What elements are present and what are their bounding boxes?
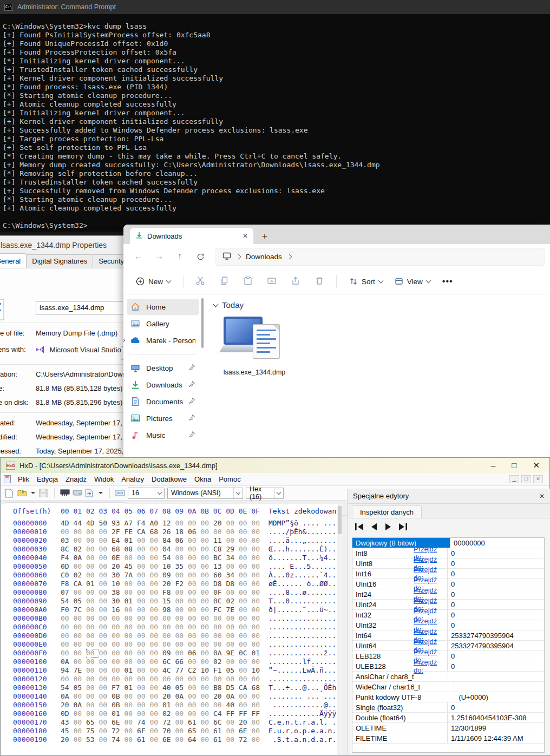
refresh-button[interactable] [191,248,210,265]
next-byte-button[interactable] [384,523,392,531]
hex-row[interactable]: 000000500D000000204500001035000013000000… [1,562,342,571]
open-dropdown-icon[interactable] [31,492,35,494]
inspector-row-leb128[interactable]: LEB128Przejdź do:0 [352,651,544,661]
inspector-row-int32[interactable]: Int32Przejdź do:0 [352,610,544,620]
inspector-value[interactable]: 0 [447,610,544,620]
hex-bytes[interactable]: 947E0000000100004C77C210F1050010 [61,666,264,675]
ram-icon[interactable] [60,489,70,498]
inspector-row-int64[interactable]: Int64Przejdź do:2533274790395904 [352,630,544,641]
sidebar-item-desktop[interactable]: Desktop [127,360,199,376]
menu-widok[interactable]: Widok [90,474,117,485]
hex-bytes[interactable]: 0A0000000B000000200A0000200A0000 [61,692,264,701]
sort-button[interactable]: Sort [344,273,388,290]
properties-tab-digital-signatures[interactable]: Digital Signatures [26,254,93,268]
hex-row[interactable]: 00000070F8CA01001000000020F20000D8D80000… [1,580,342,588]
up-button[interactable]: ↑ [170,248,189,265]
inspector-value[interactable]: 1.2516040454103E-308 [447,713,544,722]
hex-row[interactable]: 000000308C0200006808000004000000C8290000… [1,545,342,554]
back-button[interactable]: ← [129,248,148,265]
inspector-value[interactable]: 1/11/1609 12:44:39 AM [447,733,544,743]
sidebar-item-music[interactable]: Music [127,427,199,443]
inspector-value[interactable]: 0 [447,600,544,609]
more-options-button[interactable]: ••• [437,273,458,290]
sidebar-item-gallery[interactable]: Gallery [127,315,199,332]
hex-row[interactable]: 000001804500750072006F007000650061006E00… [1,727,342,735]
menu-dodatkowe[interactable]: Dodatkowe [148,474,191,485]
hex-row[interactable]: 000000800700000038000000F80000000F000000… [1,588,342,597]
menu-znajdź[interactable]: Znajdź [62,474,90,485]
disk-icon[interactable] [73,489,82,498]
inspector-value[interactable]: 0 [447,589,544,599]
hex-bytes[interactable]: 0700000038000000F80000000F000000 [61,588,264,597]
inspector-value[interactable]: (U+0000) [455,692,544,702]
data-inspector-tab[interactable]: Inspektor danych [352,505,422,518]
bytes-per-row-select[interactable]: 16 [128,488,165,499]
hex-bytes[interactable]: 00000000000000000000000000000000 [61,640,264,649]
goto-link[interactable]: Przejdź do: [414,658,437,674]
inspector-value[interactable]: 2533274790395904 [447,630,544,640]
inspector-value[interactable]: 0 [447,702,544,712]
breadcrumb[interactable]: Downloads [246,253,282,261]
base-select[interactable]: Hex (16) [246,488,284,499]
hex-bytes[interactable]: 0A000000000000006C66000002000000 [61,658,264,666]
export-dropdown-icon[interactable] [99,492,103,494]
inspector-row-uint64[interactable]: UInt64Przejdź do:2533274790395904 [352,641,544,651]
hex-row[interactable]: 000001600D0000000100000002000000C4FFFFFF… [1,709,342,718]
hex-row[interactable]: 0000002003000000E40100008406000011000000… [1,536,342,545]
hex-row[interactable]: 000000905405000030010000150000000C020000… [1,597,342,606]
hex-row[interactable]: 00000170430065006E007400720061006C002000… [1,718,342,727]
forward-button[interactable]: → [149,248,169,265]
close-icon[interactable]: ✕ [533,461,540,470]
inspector-value[interactable]: 0 [447,651,544,661]
hex-row[interactable]: 00000060C0020000307A00000900000060340000… [1,571,342,580]
hex-row[interactable]: 000000B000000000000000000000000000000000… [1,614,342,623]
inspector-row-filetime[interactable]: FILETIME1/11/1609 12:44:39 AM [352,733,544,744]
mdi-close-icon[interactable]: ✕ [533,475,543,483]
group-header-today[interactable]: Today [214,300,550,310]
hex-editor-pane[interactable]: Offset(h) 00 01 02 03 04 05 06 07 08 09 … [1,504,342,755]
minimize-icon[interactable]: – [491,461,495,470]
hex-bytes[interactable]: 0D0000000100000002000000C4FFFFFF [61,709,264,718]
paste-button[interactable] [243,276,253,287]
inspector-value[interactable]: 12/30/1899 [447,723,544,733]
properties-tab-general[interactable]: General [0,253,27,268]
hxd-title-bar[interactable]: HxD HxD - [C:\Users\Administrator\Downlo… [1,458,549,473]
hex-bytes[interactable]: 4D444D5093A7F4A01200000020000000 [61,519,264,528]
hex-row[interactable]: 0000019020005300740061006E00640061007200… [1,735,342,744]
hex-row[interactable]: 000000E000000000000000000000000000000000… [1,640,342,649]
inspector-row-widechar-char16-t[interactable]: WideChar / char16_t [352,682,544,692]
hex-row[interactable]: 000000D000000000000000000000000000000000… [1,632,342,640]
hex-row[interactable]: 00000110947E0000000100004C77C210F1050010… [1,666,342,675]
hex-bytes[interactable]: F40A00000E00000054000000BC340000 [61,554,264,562]
hex-row[interactable]: 000000004D444D5093A7F4A01200000020000000… [1,519,342,528]
sidebar-item-home[interactable]: Home [127,299,199,315]
tab-close-icon[interactable]: ✕ [243,232,248,240]
inspector-row-uint16[interactable]: UInt16Przejdź do:0 [352,579,544,589]
address-bar[interactable]: Downloads [215,248,545,266]
hex-bytes[interactable]: 00000000000000000000000000000000 [61,675,264,683]
sidebar-scrollbar[interactable] [201,298,204,348]
hex-bytes[interactable]: 430065006E007400720061006C002000 [61,718,264,727]
inspector-value[interactable]: 0 [447,569,544,578]
hex-row[interactable]: 00000150200A00000B0000000100000000400000… [1,701,342,709]
inspector-value[interactable]: 0 [447,548,544,558]
inspector-row-ansichar-char8-t[interactable]: AnsiChar / char8_t [352,672,544,682]
sidebar-item-pictures[interactable]: Pictures [127,410,199,426]
inspector-value[interactable]: 0 [447,661,544,671]
hex-bytes[interactable]: 0000000000000000090006000A9E0C01 [61,649,264,658]
menu-analizy[interactable]: Analizy [117,474,148,485]
inspector-value[interactable]: 00000000 [450,538,544,548]
hex-bytes[interactable]: 00000000000000000000000000000000 [61,614,264,623]
last-byte-button[interactable] [397,523,408,531]
inspector-value[interactable]: 0 [447,579,544,589]
inspector-row-dw-jkowy-8-bit-w-[interactable]: Dwójkowy (8 bitów)00000000 [352,538,544,548]
hex-row[interactable]: 000000C000000000000000000000000000000000… [1,623,342,632]
hex-bytes[interactable]: 000000002FFECA682618060000000000 [61,528,264,536]
hex-row[interactable]: 000001000A000000000000006C66000002000000… [1,658,342,666]
inspector-row-uint8[interactable]: UInt8Przejdź do:0 [352,558,544,569]
maximize-icon[interactable]: □ [512,461,516,470]
hex-bytes[interactable]: 20005300740061006E00640061007200 [61,735,264,744]
inspector-row-int8[interactable]: Int8Przejdź do:0 [352,548,544,558]
menu-okna[interactable]: Okna [191,474,215,485]
previous-byte-button[interactable] [370,523,378,531]
